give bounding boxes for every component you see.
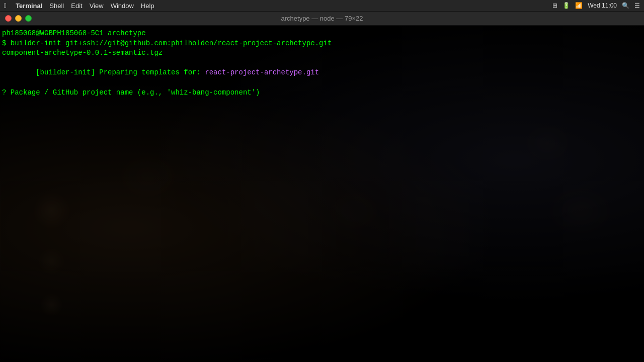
menu-shell[interactable]: Shell: [49, 2, 64, 10]
window-title: archetype — node — 79×22: [281, 15, 363, 22]
menu-bar:  Terminal Shell Edit View Window Help ⊞…: [0, 0, 644, 12]
screen-share-icon: ⊞: [552, 2, 557, 9]
title-bar: archetype — node — 79×22: [0, 12, 644, 26]
menu-bar-left:  Terminal Shell Edit View Window Help: [4, 2, 154, 10]
terminal-content[interactable]: ph185068@WGBPH185068-5C1 archetype $ bui…: [0, 26, 644, 362]
builder-output-link: react-project-archetype.git: [205, 68, 319, 76]
terminal-window: archetype — node — 79×22 ph185068@WGBPH1…: [0, 12, 644, 362]
menu-extras-icon[interactable]: ☰: [634, 2, 640, 9]
wifi-icon: 📶: [575, 2, 583, 9]
builder-output-line: [builder-init] Preparing templates for: …: [2, 58, 642, 88]
search-icon[interactable]: 🔍: [622, 2, 629, 9]
prompt-line-1: ph185068@WGBPH185068-5C1 archetype: [2, 29, 642, 39]
maximize-button[interactable]: [25, 15, 32, 22]
clock-display: Wed 11:00: [588, 2, 617, 9]
menu-terminal[interactable]: Terminal: [16, 2, 42, 10]
menu-view[interactable]: View: [90, 2, 104, 10]
builder-output-prefix: [builder-init] Preparing templates for:: [36, 68, 205, 76]
command-line-1: $ builder-init git+ssh://git@github.com:…: [2, 39, 642, 49]
apple-logo-icon[interactable]: : [4, 2, 7, 10]
menu-help[interactable]: Help: [141, 2, 154, 10]
menu-bar-right: ⊞ 🔋 📶 Wed 11:00 🔍 ☰: [552, 2, 640, 9]
prompt-line-2: ? Package / GitHub project name (e.g., '…: [2, 88, 642, 98]
minimize-button[interactable]: [15, 15, 22, 22]
battery-icon: 🔋: [562, 2, 570, 9]
close-button[interactable]: [5, 15, 12, 22]
menu-edit[interactable]: Edit: [71, 2, 82, 10]
menu-window[interactable]: Window: [111, 2, 134, 10]
command-line-2: component-archetype-0.0.1-semantic.tgz: [2, 48, 642, 58]
terminal-text-area: ph185068@WGBPH185068-5C1 archetype $ bui…: [2, 29, 642, 98]
window-controls: [5, 15, 32, 22]
